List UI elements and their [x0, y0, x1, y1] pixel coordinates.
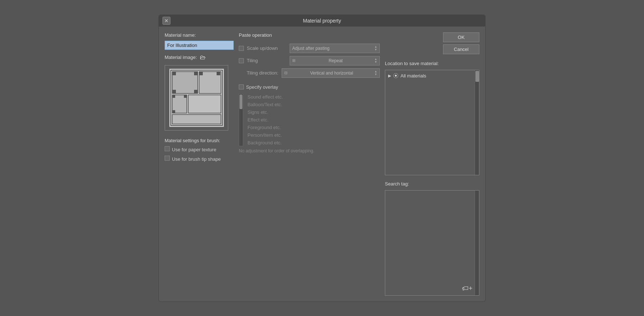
- material-property-dialog: ✕ Material property Material name: Mater…: [158, 15, 486, 302]
- panel-layout-svg: [169, 69, 224, 127]
- svg-rect-14: [172, 110, 175, 113]
- right-column: OK Cancel Location to save material: ▶ A…: [385, 32, 479, 296]
- tiling-dropdown-value: Repeat: [329, 58, 343, 63]
- overlay-item-3[interactable]: Effect etc.: [247, 116, 380, 123]
- svg-rect-6: [172, 115, 221, 124]
- overlay-item-0[interactable]: Sound effect etc.: [247, 93, 380, 100]
- scale-dropdown[interactable]: Adjust after pasting ▲ ▼: [290, 44, 380, 53]
- all-materials-item[interactable]: ▶ All materials: [385, 70, 479, 81]
- brush-tip-row: Use for brush tip shape: [165, 156, 234, 163]
- svg-rect-12: [217, 72, 220, 75]
- image-preview-inner: [169, 69, 224, 127]
- image-preview-outer: [165, 65, 228, 131]
- overlay-checkbox-row: Specify overlay: [239, 84, 380, 90]
- overlay-list: Sound effect etc. Balloon/Text etc. Sign…: [243, 93, 380, 146]
- paste-operation-section: Scale up/down Adjust after pasting ▲ ▼ T…: [239, 44, 380, 78]
- brush-settings-title: Material settings for brush:: [165, 138, 234, 143]
- overlay-item-1[interactable]: Balloon/Text etc.: [247, 101, 380, 108]
- location-scrollbar-thumb: [475, 71, 479, 82]
- tiling-dropdown[interactable]: ⊞ Repeat ▲ ▼: [290, 56, 380, 65]
- svg-rect-8: [194, 72, 198, 75]
- overlay-scrollbar-thumb: [240, 95, 242, 109]
- svg-rect-2: [172, 72, 198, 93]
- material-name-label: Material name:: [165, 32, 234, 38]
- ok-button[interactable]: OK: [443, 32, 479, 42]
- material-name-input[interactable]: [165, 41, 234, 50]
- left-column: Material name: Material image: 🗁: [165, 32, 234, 296]
- tiling-direction-value: Vertical and horizontal: [310, 71, 353, 76]
- middle-column: Paste operation Scale up/down Adjust aft…: [239, 32, 380, 296]
- tiling-direction-icon: ⊟: [284, 71, 287, 75]
- svg-rect-15: [184, 95, 187, 98]
- tag-add-icon[interactable]: 🏷+: [462, 285, 472, 292]
- overlay-item-2[interactable]: Signs etc.: [247, 109, 380, 116]
- svg-rect-11: [199, 72, 203, 75]
- scale-label: Scale up/down: [247, 45, 287, 51]
- paste-operation-title: Paste operation: [239, 32, 380, 38]
- brush-tip-label: Use for brush tip shape: [172, 156, 221, 162]
- tiling-checkbox[interactable]: [239, 58, 244, 63]
- svg-rect-10: [194, 90, 198, 93]
- brush-settings: Material settings for brush: Use for pap…: [165, 138, 234, 165]
- tiling-direction-dropdown[interactable]: ⊟ Vertical and horizontal ▲ ▼: [282, 68, 380, 78]
- location-tree: ▶ All materials: [385, 70, 479, 175]
- scale-row: Scale up/down Adjust after pasting ▲ ▼: [239, 44, 380, 53]
- paper-texture-checkbox[interactable]: [165, 146, 170, 151]
- overlay-list-container: Sound effect etc. Balloon/Text etc. Sign…: [239, 93, 380, 146]
- tiling-dropdown-arrows: ▲ ▼: [374, 58, 377, 64]
- tiling-direction-label: Tiling direction:: [239, 70, 279, 76]
- paper-texture-row: Use for paper texture: [165, 146, 234, 153]
- brush-tip-checkbox[interactable]: [165, 156, 170, 161]
- scale-checkbox[interactable]: [239, 46, 244, 51]
- tree-expand-arrow: ▶: [388, 73, 391, 78]
- scale-dropdown-value: Adjust after pasting: [292, 46, 330, 51]
- svg-rect-13: [172, 95, 175, 98]
- folder-icon[interactable]: 🗁: [200, 54, 206, 61]
- overlay-note: No adjustment for order of overlapping.: [239, 148, 380, 153]
- paper-texture-label: Use for paper texture: [172, 147, 216, 152]
- close-button[interactable]: ✕: [162, 17, 170, 25]
- title-bar: ✕ Material property: [159, 15, 485, 27]
- scale-dropdown-arrows: ▲ ▼: [374, 45, 377, 51]
- search-tag-area[interactable]: 🏷+: [385, 190, 479, 296]
- svg-rect-5: [188, 95, 221, 113]
- ok-cancel-area: OK Cancel: [385, 32, 479, 54]
- tiling-direction-arrows: ▲ ▼: [374, 70, 377, 76]
- overlay-checkbox[interactable]: [239, 84, 244, 89]
- tiling-row: Tiling ⊞ Repeat ▲ ▼: [239, 56, 380, 65]
- all-materials-radio[interactable]: [393, 73, 398, 78]
- dialog-title: Material property: [303, 18, 341, 24]
- search-tag-scrollbar[interactable]: [475, 191, 479, 295]
- overlay-section: Specify overlay Sound effect etc. Balloo…: [239, 84, 380, 153]
- overlay-label: Specify overlay: [246, 84, 278, 90]
- material-image-label: Material image:: [165, 55, 197, 60]
- overlay-item-6[interactable]: Background etc.: [247, 139, 380, 146]
- overlay-item-5[interactable]: Person/Item etc.: [247, 132, 380, 139]
- cancel-button[interactable]: Cancel: [443, 44, 479, 54]
- location-scrollbar[interactable]: [475, 70, 479, 175]
- material-image-header: Material image: 🗁: [165, 54, 234, 61]
- svg-rect-9: [172, 90, 176, 93]
- tiling-direction-row: Tiling direction: ⊟ Vertical and horizon…: [239, 68, 380, 78]
- tiling-label: Tiling: [247, 58, 287, 63]
- all-materials-label: All materials: [401, 73, 426, 79]
- tiling-icon: ⊞: [292, 58, 295, 63]
- overlay-item-4[interactable]: Foreground etc.: [247, 124, 380, 131]
- search-tag-label: Search tag:: [385, 181, 479, 187]
- location-label: Location to save material:: [385, 61, 479, 66]
- svg-rect-7: [172, 72, 176, 75]
- overlay-scrollbar[interactable]: [239, 93, 243, 146]
